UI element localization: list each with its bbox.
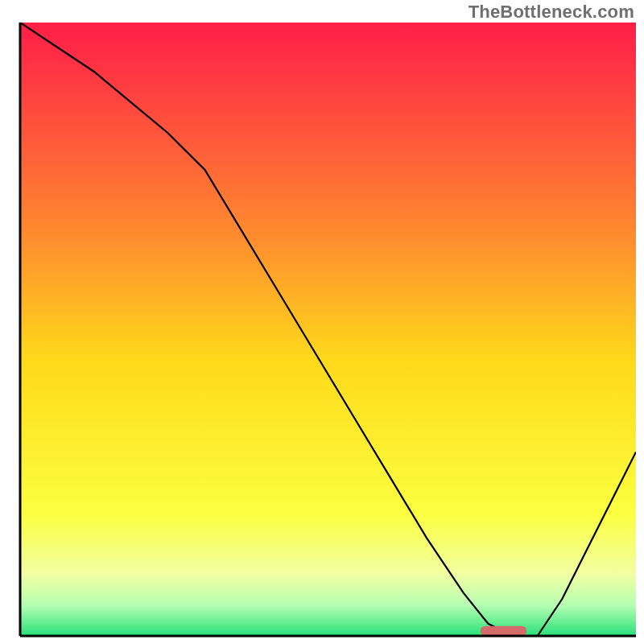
gradient-background bbox=[20, 23, 636, 636]
watermark-label: TheBottleneck.com bbox=[469, 2, 634, 23]
chart-frame: TheBottleneck.com bbox=[0, 0, 644, 644]
bottleneck-chart bbox=[0, 0, 644, 644]
optimal-marker bbox=[481, 626, 526, 636]
